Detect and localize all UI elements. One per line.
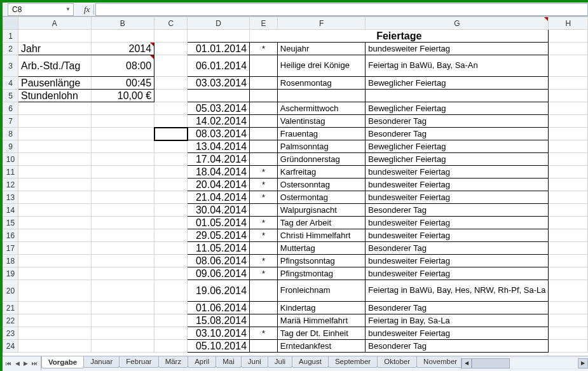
holiday-star[interactable] (250, 55, 278, 77)
cell[interactable] (91, 204, 154, 217)
cell[interactable] (91, 115, 154, 128)
jahr-value[interactable]: 2014 (91, 43, 154, 55)
holiday-star[interactable]: * (250, 217, 278, 229)
holiday-star[interactable] (250, 102, 278, 115)
cell[interactable] (549, 115, 588, 128)
col-header[interactable]: F (277, 17, 366, 30)
holiday-star[interactable] (250, 153, 278, 166)
holiday-star[interactable] (250, 242, 278, 255)
spreadsheet-grid[interactable]: A B C D E F G H 1Feiertage2Jahr201401.01… (3, 17, 588, 356)
cell[interactable] (18, 327, 92, 340)
cell[interactable] (549, 302, 588, 314)
cell[interactable] (18, 140, 92, 153)
holiday-date[interactable]: 15.08.2014 (188, 314, 250, 327)
row-header[interactable]: 20 (3, 280, 18, 302)
holiday-name[interactable]: Walpurgisnacht (277, 204, 366, 217)
name-box[interactable]: ▼ (8, 3, 74, 16)
holiday-name[interactable]: Valentinstag (277, 115, 366, 128)
holiday-info[interactable]: Feiertag in Bay, Sa-La (366, 314, 549, 327)
cell[interactable] (549, 242, 588, 255)
holiday-info[interactable]: Besonderer Tag (366, 204, 549, 217)
selected-cell[interactable] (154, 128, 188, 140)
holiday-name[interactable]: Gründonnerstag (277, 153, 366, 166)
cell[interactable] (91, 153, 154, 166)
jahr-label[interactable]: Jahr (18, 43, 92, 55)
holiday-info[interactable]: bundesweiter Feiertag (366, 229, 549, 242)
holiday-date[interactable]: 08.06.2014 (188, 255, 250, 267)
cell[interactable] (91, 102, 154, 115)
holiday-date[interactable]: 18.04.2014 (188, 166, 250, 179)
holiday-star[interactable]: * (250, 327, 278, 340)
cell[interactable] (91, 140, 154, 153)
holiday-info[interactable]: bundesweiter Feiertag (366, 255, 549, 267)
holiday-date[interactable] (188, 90, 250, 102)
col-header[interactable]: E (250, 17, 278, 30)
cell[interactable] (154, 217, 188, 229)
holiday-info[interactable]: bundesweiter Feiertag (366, 166, 549, 179)
holiday-star[interactable]: * (250, 255, 278, 267)
cell[interactable] (18, 229, 92, 242)
holiday-info[interactable]: Beweglicher Feiertag (366, 140, 549, 153)
sheet-tab[interactable]: Oktober (377, 356, 417, 368)
cell[interactable] (154, 30, 188, 43)
holiday-date[interactable]: 19.06.2014 (188, 280, 250, 302)
holiday-star[interactable]: * (250, 179, 278, 191)
holiday-name[interactable]: Pfingstsonntag (277, 255, 366, 267)
holiday-date[interactable]: 17.04.2014 (188, 153, 250, 166)
cell[interactable] (91, 267, 154, 280)
row-header[interactable]: 1 (3, 30, 18, 43)
cell[interactable] (154, 140, 188, 153)
tab-nav-prev-icon[interactable]: ◀ (13, 360, 22, 367)
holiday-name[interactable] (277, 90, 366, 102)
row-header[interactable]: 19 (3, 267, 18, 280)
cell[interactable] (154, 302, 188, 314)
holiday-info[interactable]: Feiertag in BaWü, Bay, Sa-An (366, 55, 549, 77)
holiday-info[interactable]: Besonderer Tag (366, 128, 549, 140)
row-header[interactable]: 18 (3, 255, 18, 267)
tab-nav-next-icon[interactable]: ▶ (22, 360, 30, 367)
sheet-tab[interactable]: Januar (83, 356, 120, 368)
cell[interactable] (549, 314, 588, 327)
cell[interactable] (18, 340, 92, 353)
cell[interactable] (18, 128, 92, 140)
holiday-info[interactable]: Besonderer Tag (366, 115, 549, 128)
holiday-info[interactable]: Besonderer Tag (366, 340, 549, 353)
cell[interactable] (154, 204, 188, 217)
cell[interactable] (154, 327, 188, 340)
cell[interactable] (154, 77, 188, 90)
cell[interactable] (549, 327, 588, 340)
holiday-name[interactable]: Fronleichnam (277, 280, 366, 302)
holiday-name[interactable]: Palmsonntag (277, 140, 366, 153)
holiday-name[interactable]: Erntedankfest (277, 340, 366, 353)
holiday-star[interactable] (250, 302, 278, 314)
pause-label[interactable]: Pausenlänge (18, 77, 92, 90)
holiday-star[interactable]: * (250, 166, 278, 179)
holiday-info[interactable]: bundesweiter Feiertag (366, 267, 549, 280)
arbstd-value[interactable]: 08:00 (91, 55, 154, 77)
holiday-name[interactable]: Aschermittwoch (277, 102, 366, 115)
cell[interactable] (18, 280, 92, 302)
row-header[interactable]: 16 (3, 229, 18, 242)
holiday-name[interactable]: Frauentag (277, 128, 366, 140)
cell[interactable] (549, 43, 588, 55)
tab-nav-first-icon[interactable]: ⏮ (4, 360, 13, 367)
holiday-date[interactable]: 03.03.2014 (188, 77, 250, 90)
cell[interactable] (91, 217, 154, 229)
holiday-name[interactable]: Karfreitag (277, 166, 366, 179)
cell[interactable] (549, 280, 588, 302)
holiday-name[interactable]: Ostermontag (277, 191, 366, 204)
holiday-info[interactable]: Beweglicher Feiertag (366, 77, 549, 90)
holiday-info[interactable]: Beweglicher Feiertag (366, 153, 549, 166)
sheet-tab[interactable]: September (328, 356, 378, 368)
holiday-star[interactable] (250, 77, 278, 90)
cell[interactable] (154, 280, 188, 302)
cell[interactable] (18, 191, 92, 204)
sheet-tab[interactable]: April (188, 356, 216, 368)
cell[interactable] (18, 204, 92, 217)
cell[interactable] (91, 179, 154, 191)
sheet-tab[interactable]: Juni (241, 356, 268, 368)
lohn-value[interactable]: 10,00 € (91, 90, 154, 102)
holiday-star[interactable]: * (250, 229, 278, 242)
cell[interactable] (18, 30, 92, 43)
sheet-tab[interactable]: Februar (119, 356, 158, 368)
